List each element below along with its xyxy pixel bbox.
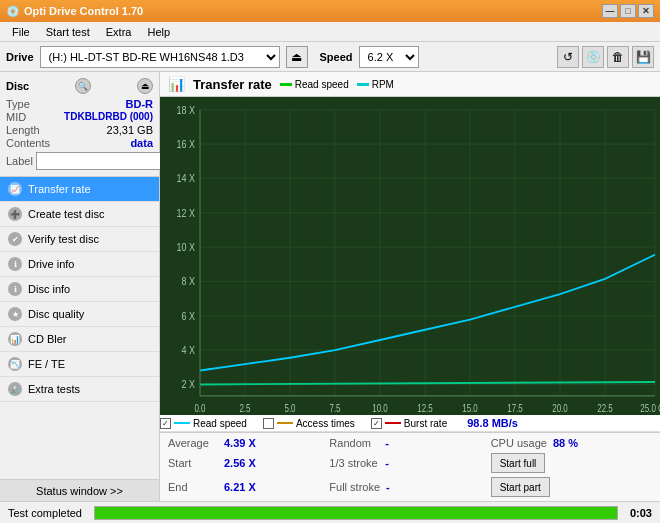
burst-rate-checkbox-item[interactable]: ✓ Burst rate (371, 418, 447, 429)
disc-contents-row: Contents data (6, 137, 153, 149)
disc-type-value: BD-R (126, 98, 154, 110)
nav-fe-te[interactable]: 📉 FE / TE (0, 352, 159, 377)
nav-icon-fe-te: 📉 (8, 357, 22, 371)
nav-create-test-disc[interactable]: ➕ Create test disc (0, 202, 159, 227)
status-time: 0:03 (622, 507, 660, 519)
nav-label-cd-bler: CD Bler (28, 333, 67, 345)
right-panel: 📊 Transfer rate Read speed RPM (160, 72, 660, 501)
legend-read-speed-label: Read speed (295, 79, 349, 90)
read-speed-legend-label: Read speed (193, 418, 247, 429)
menu-extra[interactable]: Extra (98, 24, 140, 40)
disc-icon[interactable]: 💿 (582, 46, 604, 68)
svg-text:12.5: 12.5 (417, 404, 433, 415)
stats-stroke-1-3-value: - (385, 457, 389, 469)
disc-length-label: Length (6, 124, 40, 136)
read-speed-checkbox-item[interactable]: ✓ Read speed (160, 418, 247, 429)
nav-disc-info[interactable]: ℹ Disc info (0, 277, 159, 302)
nav-menu: 📈 Transfer rate ➕ Create test disc ✔ Ver… (0, 177, 159, 479)
progress-bar-container (94, 506, 618, 520)
status-bar: Test completed 0:03 (0, 501, 660, 523)
nav-icon-disc-quality: ★ (8, 307, 22, 321)
menu-start-test[interactable]: Start test (38, 24, 98, 40)
legend-row: ✓ Read speed Access times ✓ Burst rate 9… (160, 415, 660, 432)
nav-label-disc-info: Disc info (28, 283, 70, 295)
nav-label-fe-te: FE / TE (28, 358, 65, 370)
eject-button[interactable]: ⏏ (286, 46, 308, 68)
refresh-icon[interactable]: ↺ (557, 46, 579, 68)
disc-detail-icon: 🔍 (75, 78, 91, 94)
nav-transfer-rate[interactable]: 📈 Transfer rate (0, 177, 159, 202)
nav-label-extra-tests: Extra tests (28, 383, 80, 395)
disc-mid-row: MID TDKBLDRBD (000) (6, 111, 153, 123)
access-times-checkbox[interactable] (263, 418, 274, 429)
svg-text:10 X: 10 X (177, 241, 196, 253)
svg-text:22.5: 22.5 (597, 404, 613, 415)
stats-section: Average 4.39 X Random - CPU usage 88 % S… (160, 432, 660, 501)
svg-text:25.0 GB: 25.0 GB (640, 404, 660, 415)
nav-icon-create-test: ➕ (8, 207, 22, 221)
access-times-checkbox-item[interactable]: Access times (263, 418, 355, 429)
left-panel: Disc 🔍 ⏏ Type BD-R MID TDKBLDRBD (000) L… (0, 72, 160, 501)
svg-text:0.0: 0.0 (194, 404, 205, 415)
svg-text:6 X: 6 X (182, 310, 196, 322)
legend-read-speed-color (280, 83, 292, 86)
stats-end-col: End 6.21 X (168, 480, 329, 494)
svg-text:20.0: 20.0 (552, 404, 568, 415)
nav-icon-disc-info: ℹ (8, 282, 22, 296)
nav-verify-test-disc[interactable]: ✔ Verify test disc (0, 227, 159, 252)
svg-text:8 X: 8 X (182, 275, 196, 287)
svg-text:18 X: 18 X (177, 104, 196, 116)
menu-help[interactable]: Help (139, 24, 178, 40)
chart-area: 18 X 16 X 14 X 12 X 10 X 8 X 6 X 4 X 2 X… (160, 97, 660, 415)
minimize-button[interactable]: — (602, 4, 618, 18)
maximize-button[interactable]: □ (620, 4, 636, 18)
stats-full-stroke-value: - (386, 481, 390, 493)
stats-end-value: 6.21 X (224, 481, 256, 493)
status-window-label: Status window >> (36, 485, 123, 497)
start-part-button[interactable]: Start part (491, 477, 550, 497)
speed-label: Speed (320, 51, 353, 63)
nav-drive-info[interactable]: ℹ Drive info (0, 252, 159, 277)
menu-bar: File Start test Extra Help (0, 22, 660, 42)
close-button[interactable]: ✕ (638, 4, 654, 18)
stats-average-value: 4.39 X (224, 437, 256, 449)
burst-rate-legend-label: Burst rate (404, 418, 447, 429)
drive-toolbar: Drive (H:) HL-DT-ST BD-RE WH16NS48 1.D3 … (0, 42, 660, 72)
nav-disc-quality[interactable]: ★ Disc quality (0, 302, 159, 327)
nav-cd-bler[interactable]: 📊 CD Bler (0, 327, 159, 352)
stats-start-part-col: Start part (491, 476, 652, 498)
nav-label-create-test: Create test disc (28, 208, 104, 220)
disc-mid-label: MID (6, 111, 26, 123)
disc-type-row: Type BD-R (6, 98, 153, 110)
legend-rpm-color (357, 83, 369, 86)
app-title: Opti Drive Control 1.70 (24, 5, 143, 17)
nav-extra-tests[interactable]: 🔬 Extra tests (0, 377, 159, 402)
stats-cpu-label: CPU usage (491, 437, 547, 449)
chart-icon: 📊 (168, 76, 185, 92)
read-speed-checkbox[interactable]: ✓ (160, 418, 171, 429)
status-window-button[interactable]: Status window >> (0, 479, 159, 501)
nav-label-disc-quality: Disc quality (28, 308, 84, 320)
stats-average-label: Average (168, 437, 218, 449)
disc-contents-value: data (130, 137, 153, 149)
disc-label-input[interactable] (36, 152, 171, 170)
menu-file[interactable]: File (4, 24, 38, 40)
save-icon[interactable]: 💾 (632, 46, 654, 68)
svg-text:16 X: 16 X (177, 138, 196, 150)
stats-stroke-1-3-label: 1/3 stroke (329, 457, 379, 469)
nav-icon-drive-info: ℹ (8, 257, 22, 271)
start-full-button[interactable]: Start full (491, 453, 546, 473)
chart-title: Transfer rate (193, 77, 272, 92)
speed-select[interactable]: 6.2 X 8 X 12 X 16 X (359, 46, 419, 68)
drive-select[interactable]: (H:) HL-DT-ST BD-RE WH16NS48 1.D3 (40, 46, 280, 68)
stats-full-stroke-col: Full stroke - (329, 480, 490, 494)
burst-rate-checkbox[interactable]: ✓ (371, 418, 382, 429)
nav-icon-transfer-rate: 📈 (8, 182, 22, 196)
nav-label-transfer-rate: Transfer rate (28, 183, 91, 195)
stats-cpu-col: CPU usage 88 % (491, 436, 652, 450)
progress-bar-fill (95, 507, 617, 519)
erase-icon[interactable]: 🗑 (607, 46, 629, 68)
nav-icon-extra-tests: 🔬 (8, 382, 22, 396)
svg-text:7.5: 7.5 (329, 404, 340, 415)
stats-start-full-col: Start full (491, 452, 652, 474)
